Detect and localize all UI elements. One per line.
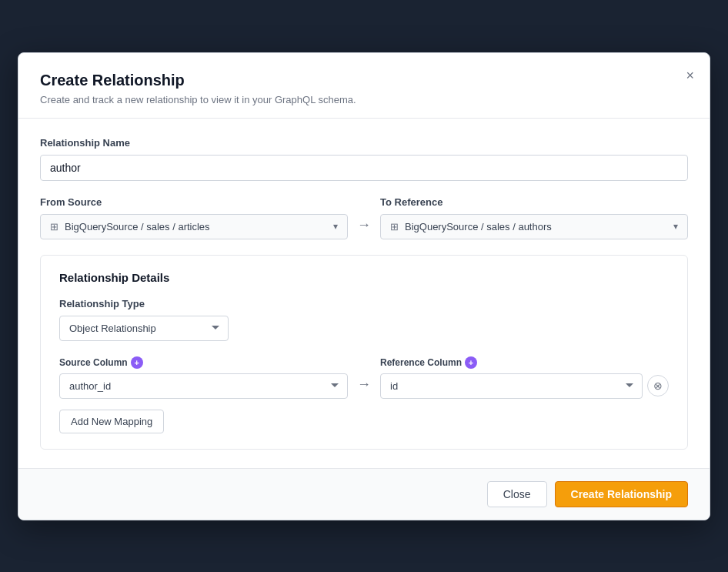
modal-footer: Close Create Relationship [18,468,710,520]
to-reference-chevron-icon: ▾ [673,221,678,232]
col-mapping-arrow: → [357,376,371,399]
create-relationship-button[interactable]: Create Relationship [555,481,688,507]
modal-close-button[interactable]: × [683,65,697,85]
reference-column-section: Reference Column + id name email ⊗ [380,356,669,399]
reference-column-label: Reference Column + [380,356,669,369]
from-source-section: From Source ⊞ BigQuerySource / sales / a… [40,196,348,239]
source-to-ref-arrow: → [357,217,371,239]
to-reference-label: To Reference [380,196,688,208]
reference-column-add-icon[interactable]: + [465,356,477,369]
add-new-mapping-button[interactable]: Add New Mapping [59,410,164,433]
modal-backdrop: Create Relationship Create and track a n… [0,0,728,572]
to-reference-select[interactable]: ⊞ BigQuerySource / sales / authors ▾ [380,214,688,239]
relationship-type-label: Relationship Type [59,298,669,309]
relationship-details-section: Relationship Details Relationship Type O… [40,255,688,450]
source-reference-row: From Source ⊞ BigQuerySource / sales / a… [40,196,688,239]
table-icon-source: ⊞ [50,221,58,232]
from-source-label: From Source [40,196,348,208]
table-icon-ref: ⊞ [390,221,399,232]
modal-subtitle: Create and track a new relationship to v… [40,94,688,105]
remove-mapping-button[interactable]: ⊗ [647,375,669,396]
col-arrow-right-icon: → [357,376,371,393]
from-source-chevron-icon: ▾ [333,221,338,232]
modal-body: Relationship Name From Source ⊞ BigQuery… [18,119,710,468]
reference-column-select[interactable]: id name email [380,373,643,399]
close-button[interactable]: Close [487,481,547,507]
relationship-type-section: Relationship Type Object Relationship Ar… [59,298,669,341]
to-reference-section: To Reference ⊞ BigQuerySource / sales / … [380,196,688,239]
source-column-add-icon[interactable]: + [131,356,143,369]
relationship-type-select[interactable]: Object Relationship Array Relationship [59,316,229,341]
source-column-section: Source Column + author_id id title conte… [59,356,348,399]
from-source-value: BigQuerySource / sales / articles [65,221,327,232]
relationship-name-label: Relationship Name [40,137,688,149]
columns-mapping-row: Source Column + author_id id title conte… [59,356,669,399]
ref-col-wrapper: id name email ⊗ [380,373,669,399]
relationship-name-section: Relationship Name [40,137,688,181]
to-reference-value: BigQuerySource / sales / authors [405,221,667,232]
from-source-select[interactable]: ⊞ BigQuerySource / sales / articles ▾ [40,214,348,239]
relationship-name-input[interactable] [40,155,688,181]
times-circle-icon: ⊗ [653,380,663,392]
create-relationship-modal: Create Relationship Create and track a n… [18,52,710,520]
source-column-label: Source Column + [59,356,348,369]
modal-title: Create Relationship [40,72,688,89]
modal-header: Create Relationship Create and track a n… [18,53,710,119]
arrow-right-icon: → [357,217,371,233]
source-column-select[interactable]: author_id id title content [59,373,348,399]
relationship-details-title: Relationship Details [59,271,669,284]
